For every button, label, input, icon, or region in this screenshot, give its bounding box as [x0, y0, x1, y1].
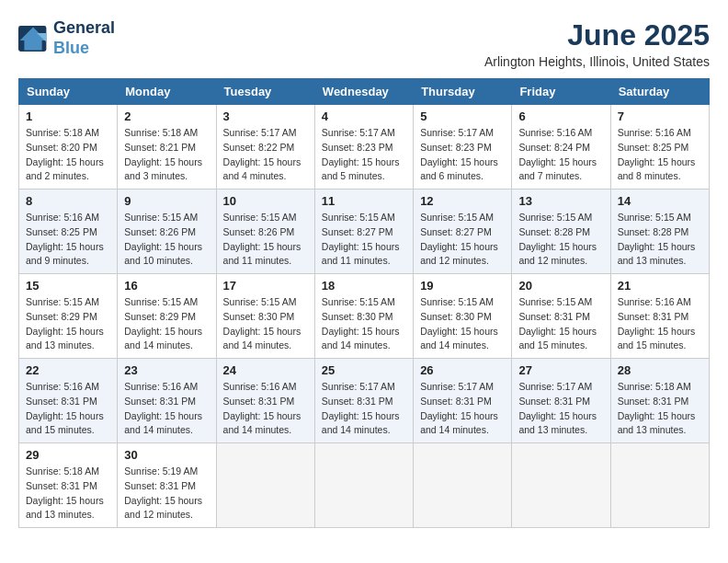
day-number: 7	[618, 109, 702, 123]
sunrise-label: Sunrise: 5:15 AM	[124, 212, 198, 223]
sunrise-label: Sunrise: 5:16 AM	[26, 381, 99, 392]
day-cell-12: 12 Sunrise: 5:15 AM Sunset: 8:27 PM Dayl…	[414, 190, 512, 274]
sunrise-label: Sunrise: 5:18 AM	[618, 381, 691, 392]
sunrise-label: Sunrise: 5:17 AM	[420, 127, 494, 138]
sunset-label: Sunset: 8:27 PM	[322, 226, 393, 237]
daylight-label: Daylight: 15 hours and 14 minutes.	[322, 410, 400, 436]
header: General Blue June 2025 Arlington Heights…	[18, 18, 710, 69]
day-cell-27: 27 Sunrise: 5:17 AM Sunset: 8:31 PM Dayl…	[512, 359, 610, 443]
day-cell-15: 15 Sunrise: 5:15 AM Sunset: 8:29 PM Dayl…	[19, 274, 118, 359]
day-info: Sunrise: 5:18 AM Sunset: 8:21 PM Dayligh…	[124, 126, 209, 184]
day-info: Sunrise: 5:19 AM Sunset: 8:31 PM Dayligh…	[124, 465, 209, 523]
sunrise-label: Sunrise: 5:16 AM	[518, 127, 592, 138]
sunset-label: Sunset: 8:24 PM	[518, 142, 590, 153]
day-number: 1	[26, 109, 110, 123]
day-info: Sunrise: 5:15 AM Sunset: 8:27 PM Dayligh…	[322, 211, 406, 269]
sunset-label: Sunset: 8:25 PM	[26, 226, 97, 237]
daylight-label: Daylight: 15 hours and 7 minutes.	[518, 156, 597, 182]
sunset-label: Sunset: 8:25 PM	[618, 142, 689, 153]
daylight-label: Daylight: 15 hours and 14 minutes.	[223, 410, 301, 436]
day-cell-13: 13 Sunrise: 5:15 AM Sunset: 8:28 PM Dayl…	[512, 190, 610, 274]
day-number: 21	[618, 279, 702, 293]
calendar-row-5: 29 Sunrise: 5:18 AM Sunset: 8:31 PM Dayl…	[19, 443, 710, 528]
day-info: Sunrise: 5:18 AM Sunset: 8:31 PM Dayligh…	[26, 465, 110, 523]
sunset-label: Sunset: 8:27 PM	[420, 226, 492, 237]
sunrise-label: Sunrise: 5:15 AM	[322, 296, 395, 307]
calendar-header-row: Sunday Monday Tuesday Wednesday Thursday…	[19, 79, 710, 105]
sunrise-label: Sunrise: 5:15 AM	[322, 212, 395, 223]
day-info: Sunrise: 5:16 AM Sunset: 8:31 PM Dayligh…	[124, 380, 209, 438]
day-cell-23: 23 Sunrise: 5:16 AM Sunset: 8:31 PM Dayl…	[118, 359, 216, 443]
day-number: 6	[518, 109, 603, 123]
empty-cell	[216, 443, 314, 528]
day-info: Sunrise: 5:18 AM Sunset: 8:31 PM Dayligh…	[618, 380, 702, 438]
logo-text: General Blue	[53, 18, 115, 58]
sunset-label: Sunset: 8:31 PM	[618, 396, 689, 407]
daylight-label: Daylight: 15 hours and 14 minutes.	[420, 410, 498, 436]
calendar-row-3: 15 Sunrise: 5:15 AM Sunset: 8:29 PM Dayl…	[19, 274, 710, 359]
sunrise-label: Sunrise: 5:17 AM	[518, 381, 592, 392]
day-number: 22	[26, 363, 110, 377]
day-cell-20: 20 Sunrise: 5:15 AM Sunset: 8:31 PM Dayl…	[512, 274, 610, 359]
daylight-label: Daylight: 15 hours and 15 minutes.	[26, 410, 104, 436]
sunset-label: Sunset: 8:23 PM	[420, 142, 492, 153]
day-number: 20	[518, 279, 603, 293]
col-thursday: Thursday	[414, 79, 512, 105]
day-number: 2	[124, 109, 209, 123]
day-cell-3: 3 Sunrise: 5:17 AM Sunset: 8:22 PM Dayli…	[216, 105, 314, 190]
day-number: 9	[124, 194, 209, 208]
day-cell-24: 24 Sunrise: 5:16 AM Sunset: 8:31 PM Dayl…	[216, 359, 314, 443]
day-info: Sunrise: 5:15 AM Sunset: 8:29 PM Dayligh…	[124, 295, 209, 353]
sunset-label: Sunset: 8:29 PM	[124, 311, 196, 322]
daylight-label: Daylight: 15 hours and 14 minutes.	[124, 326, 202, 351]
day-cell-8: 8 Sunrise: 5:16 AM Sunset: 8:25 PM Dayli…	[19, 190, 118, 274]
day-number: 11	[322, 194, 406, 208]
sunrise-label: Sunrise: 5:17 AM	[420, 381, 494, 392]
day-info: Sunrise: 5:15 AM Sunset: 8:30 PM Dayligh…	[322, 295, 406, 353]
calendar-row-4: 22 Sunrise: 5:16 AM Sunset: 8:31 PM Dayl…	[19, 359, 710, 443]
empty-cell	[414, 443, 512, 528]
daylight-label: Daylight: 15 hours and 13 minutes.	[518, 410, 597, 436]
day-info: Sunrise: 5:15 AM Sunset: 8:29 PM Dayligh…	[26, 295, 110, 353]
day-info: Sunrise: 5:16 AM Sunset: 8:31 PM Dayligh…	[26, 380, 110, 438]
day-number: 10	[223, 194, 308, 208]
daylight-label: Daylight: 15 hours and 14 minutes.	[420, 326, 498, 351]
day-number: 28	[618, 363, 702, 377]
day-number: 27	[518, 363, 603, 377]
sunrise-label: Sunrise: 5:15 AM	[518, 212, 592, 223]
empty-cell	[610, 443, 709, 528]
daylight-label: Daylight: 15 hours and 11 minutes.	[322, 241, 400, 267]
sunrise-label: Sunrise: 5:16 AM	[223, 381, 297, 392]
sunset-label: Sunset: 8:28 PM	[618, 226, 689, 237]
sunrise-label: Sunrise: 5:17 AM	[322, 127, 395, 138]
col-saturday: Saturday	[610, 79, 709, 105]
sunset-label: Sunset: 8:28 PM	[518, 226, 590, 237]
day-info: Sunrise: 5:16 AM Sunset: 8:25 PM Dayligh…	[618, 126, 702, 184]
day-info: Sunrise: 5:15 AM Sunset: 8:28 PM Dayligh…	[618, 211, 702, 269]
daylight-label: Daylight: 15 hours and 14 minutes.	[124, 410, 202, 436]
sunset-label: Sunset: 8:29 PM	[26, 311, 97, 322]
day-cell-7: 7 Sunrise: 5:16 AM Sunset: 8:25 PM Dayli…	[610, 105, 709, 190]
logo: General Blue	[18, 18, 115, 58]
day-number: 24	[223, 363, 308, 377]
day-cell-2: 2 Sunrise: 5:18 AM Sunset: 8:21 PM Dayli…	[118, 105, 216, 190]
day-number: 23	[124, 363, 209, 377]
daylight-label: Daylight: 15 hours and 12 minutes.	[420, 241, 498, 267]
sunrise-label: Sunrise: 5:15 AM	[420, 212, 494, 223]
col-sunday: Sunday	[19, 79, 118, 105]
day-number: 12	[420, 194, 505, 208]
day-cell-18: 18 Sunrise: 5:15 AM Sunset: 8:30 PM Dayl…	[314, 274, 413, 359]
day-cell-5: 5 Sunrise: 5:17 AM Sunset: 8:23 PM Dayli…	[414, 105, 512, 190]
day-info: Sunrise: 5:15 AM Sunset: 8:30 PM Dayligh…	[223, 295, 308, 353]
sunset-label: Sunset: 8:20 PM	[26, 142, 97, 153]
day-info: Sunrise: 5:16 AM Sunset: 8:31 PM Dayligh…	[223, 380, 308, 438]
day-info: Sunrise: 5:15 AM Sunset: 8:30 PM Dayligh…	[420, 295, 505, 353]
sunset-label: Sunset: 8:21 PM	[124, 142, 196, 153]
daylight-label: Daylight: 15 hours and 15 minutes.	[518, 326, 597, 351]
day-cell-4: 4 Sunrise: 5:17 AM Sunset: 8:23 PM Dayli…	[314, 105, 413, 190]
sunrise-label: Sunrise: 5:15 AM	[223, 296, 297, 307]
day-number: 17	[223, 279, 308, 293]
day-info: Sunrise: 5:16 AM Sunset: 8:31 PM Dayligh…	[618, 295, 702, 353]
sunset-label: Sunset: 8:30 PM	[223, 311, 295, 322]
day-cell-1: 1 Sunrise: 5:18 AM Sunset: 8:20 PM Dayli…	[19, 105, 118, 190]
